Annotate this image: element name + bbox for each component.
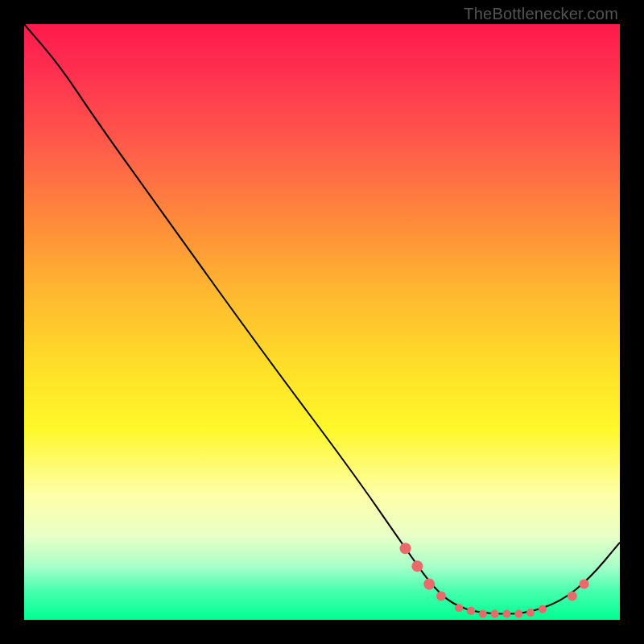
- watermark-text: TheBottlenecker.com: [464, 5, 618, 23]
- curve-line: [24, 24, 620, 614]
- svg-point-6: [479, 610, 487, 618]
- chart-container: TheBottlenecker.com: [0, 0, 644, 644]
- svg-point-11: [539, 605, 547, 613]
- svg-point-13: [580, 580, 589, 589]
- svg-point-1: [411, 560, 423, 572]
- svg-point-3: [436, 591, 446, 601]
- curve-markers: [400, 543, 589, 617]
- plot-area: [24, 24, 620, 620]
- svg-point-2: [423, 579, 435, 590]
- svg-point-5: [467, 607, 475, 615]
- svg-point-8: [502, 610, 510, 618]
- svg-point-7: [491, 610, 499, 618]
- svg-point-9: [514, 610, 522, 618]
- svg-point-4: [455, 604, 463, 612]
- svg-point-10: [526, 609, 535, 617]
- svg-point-0: [400, 543, 411, 554]
- svg-point-12: [568, 591, 577, 601]
- chart-svg: [24, 24, 620, 620]
